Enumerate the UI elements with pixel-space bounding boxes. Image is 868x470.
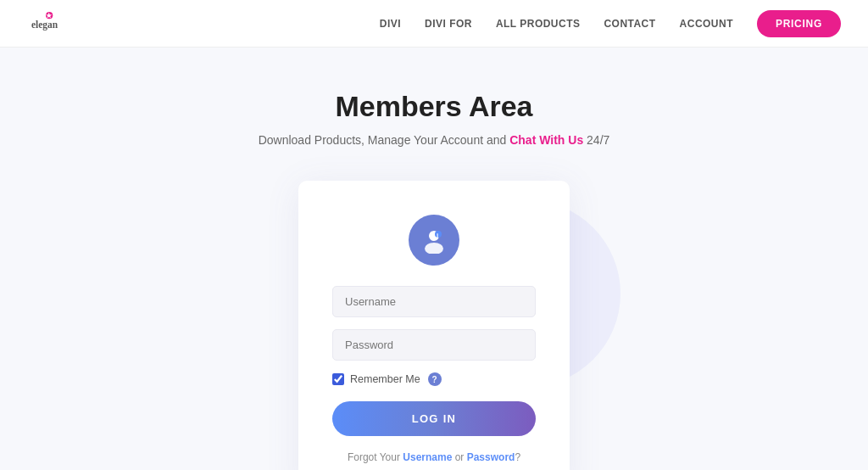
forgot-suffix: ?: [515, 451, 520, 463]
login-card: i Remember Me ? LOG IN Forgot Your Usern…: [298, 181, 570, 470]
forgot-password-link[interactable]: Password: [467, 451, 515, 463]
forgot-row: Forgot Your Username or Password?: [348, 451, 520, 463]
nav-item-divi[interactable]: DIVI: [380, 18, 401, 30]
user-avatar: i: [409, 215, 459, 266]
nav-links: DIVI DIVI FOR ALL PRODUCTS CONTACT ACCOU…: [380, 10, 841, 37]
forgot-prefix: Forgot Your: [348, 451, 403, 463]
remember-me-checkbox[interactable]: [332, 373, 344, 385]
nav-item-divi-for[interactable]: DIVI FOR: [425, 18, 472, 30]
logo[interactable]: elegant: [27, 8, 58, 39]
pricing-button[interactable]: PRICING: [757, 10, 841, 37]
subtitle-prefix: Download Products, Manage Your Account a…: [259, 133, 510, 147]
elegant-themes-logo: elegant: [27, 8, 58, 39]
user-icon: i: [420, 227, 448, 254]
chat-link[interactable]: Chat With Us: [509, 133, 583, 147]
svg-text:elegant: elegant: [31, 19, 58, 30]
username-input[interactable]: [332, 286, 536, 317]
remember-me-label: Remember Me: [350, 373, 420, 385]
nav-item-all-products[interactable]: ALL PRODUCTS: [496, 18, 581, 30]
navbar: elegant DIVI DIVI FOR ALL PRODUCTS CONTA…: [0, 0, 868, 48]
page-subtitle: Download Products, Manage Your Account a…: [259, 133, 610, 147]
nav-item-account[interactable]: ACCOUNT: [680, 18, 733, 30]
subtitle-suffix: 24/7: [583, 133, 609, 147]
nav-item-contact[interactable]: CONTACT: [604, 18, 655, 30]
forgot-username-link[interactable]: Username: [403, 451, 452, 463]
remember-me-row: Remember Me ?: [332, 372, 536, 386]
svg-point-5: [425, 243, 443, 254]
login-button[interactable]: LOG IN: [332, 401, 536, 436]
password-input[interactable]: [332, 329, 536, 361]
help-icon[interactable]: ?: [428, 372, 442, 386]
page-title: Members Area: [335, 90, 532, 123]
forgot-or: or: [452, 451, 466, 463]
main-content: Members Area Download Products, Manage Y…: [0, 48, 868, 470]
svg-text:i: i: [437, 232, 438, 239]
